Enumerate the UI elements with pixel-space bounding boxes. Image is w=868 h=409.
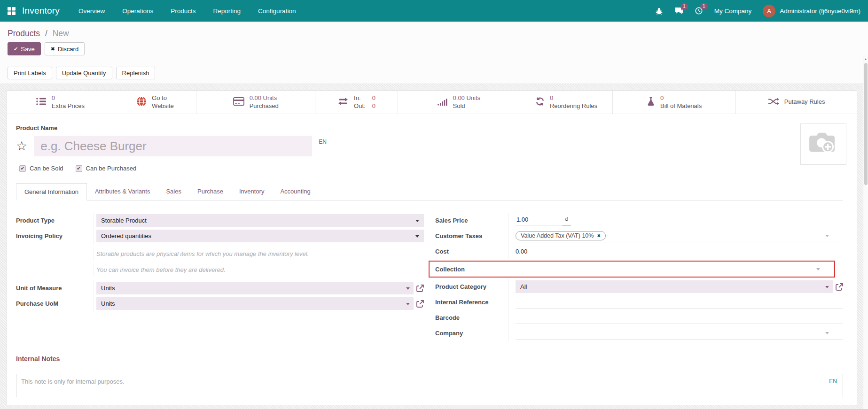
form-scroll-region: Print Labels Update Quantity Replenish 0…: [0, 55, 868, 409]
customer-taxes-label: Customer Taxes: [435, 232, 508, 239]
breadcrumb: Products / New: [8, 27, 860, 39]
go-to-website-stat-button[interactable]: Go toWebsite: [114, 91, 196, 114]
tab-inventory[interactable]: Inventory: [231, 183, 272, 200]
tab-sales[interactable]: Sales: [158, 183, 189, 200]
remove-tag-icon[interactable]: ✖: [597, 233, 601, 238]
forecasted-inout-stat-button[interactable]: In:0 Out:0: [315, 91, 398, 114]
product-name-input[interactable]: [34, 136, 312, 156]
globe-icon: [136, 96, 147, 108]
purchased-stat-button[interactable]: 0.00 UnitsPurchased: [196, 91, 315, 114]
purchased-units: 0.00 Units: [250, 94, 279, 102]
product-name-label: Product Name: [16, 124, 843, 131]
activities-clock-icon[interactable]: 1: [695, 7, 703, 15]
vertical-scrollbar[interactable]: ▲: [863, 55, 868, 409]
internal-reference-label: Internal Reference: [435, 299, 508, 306]
menu-overview[interactable]: Overview: [78, 8, 105, 15]
sold-stat-button[interactable]: 0.00 UnitsSold: [398, 91, 520, 114]
notebook-tabs: General Information Attributes & Variant…: [16, 183, 843, 201]
internal-reference-input[interactable]: [516, 296, 843, 309]
product-type-select[interactable]: Storable Product: [96, 214, 424, 227]
sold-units: 0.00 Units: [453, 94, 481, 102]
chevron-down-icon: [406, 303, 410, 305]
customer-taxes-field[interactable]: Value Added Tax (VAT) 10% ✖: [516, 230, 843, 242]
favorite-star-icon[interactable]: ☆: [16, 136, 27, 156]
update-quantity-button[interactable]: Update Quantity: [56, 67, 112, 79]
collection-row-error: Collection: [429, 261, 835, 278]
close-icon: ✖: [51, 46, 55, 52]
discard-button[interactable]: ✖ Discard: [45, 42, 85, 55]
currency-symbol: ₫: [562, 216, 571, 225]
uom-row: Unit of Measure Units: [16, 280, 424, 296]
product-image-upload[interactable]: [800, 123, 846, 165]
purchase-uom-field[interactable]: Units: [96, 297, 414, 310]
invoicing-policy-select[interactable]: Ordered quantities: [96, 230, 424, 242]
navbar-right: 1 1 My Company A Administrator (fj6nyue0…: [655, 5, 860, 17]
breadcrumb-products[interactable]: Products: [8, 29, 40, 38]
company-switcher[interactable]: My Company: [714, 8, 752, 15]
stat-button-row: 0Extra Prices Go toWebsite 0.00 UnitsPur…: [7, 91, 857, 114]
menu-products[interactable]: Products: [171, 8, 195, 15]
uom-field[interactable]: Units: [96, 282, 414, 294]
internal-notes-title: Internal Notes: [16, 355, 843, 366]
internal-notes-input[interactable]: [16, 374, 843, 397]
can-be-sold-checkbox[interactable]: ✔ Can be Sold: [19, 165, 63, 172]
product-category-field[interactable]: All: [516, 280, 833, 293]
collection-field[interactable]: [515, 263, 834, 275]
tab-general-information[interactable]: General Information: [16, 183, 87, 201]
internal-notes-section: Internal Notes EN: [16, 355, 843, 397]
barcode-input[interactable]: [516, 312, 843, 324]
activities-badge: 1: [700, 3, 708, 9]
bom-count: 0: [660, 94, 702, 102]
print-labels-button[interactable]: Print Labels: [8, 67, 52, 79]
scrollbar-thumb[interactable]: [864, 63, 868, 185]
invoicing-policy-label: Invoicing Policy: [16, 232, 94, 239]
control-buttons: ✔ Save ✖ Discard: [8, 42, 860, 55]
can-be-purchased-checkbox[interactable]: ✔ Can be Purchased: [76, 165, 137, 172]
scrollbar-up-arrow[interactable]: ▲: [864, 57, 868, 61]
avatar: A: [763, 5, 775, 17]
product-category-external-link-icon[interactable]: [836, 283, 843, 291]
tab-purchase[interactable]: Purchase: [189, 183, 231, 200]
company-field[interactable]: [516, 327, 843, 340]
app-name[interactable]: Inventory: [22, 6, 60, 16]
barcode-label: Barcode: [435, 314, 508, 321]
reordering-rules-stat-button[interactable]: 0Reordering Rules: [520, 91, 613, 114]
tab-accounting[interactable]: Accounting: [272, 183, 318, 200]
purchase-uom-row: Purchase UoM Units: [16, 296, 424, 311]
notes-language-tag[interactable]: EN: [829, 378, 837, 385]
tax-tag[interactable]: Value Added Tax (VAT) 10% ✖: [516, 231, 606, 240]
breadcrumb-separator: /: [45, 29, 47, 38]
credit-card-icon: [233, 97, 244, 107]
inventory-product-form-screen: Inventory Overview Operations Products R…: [0, 0, 868, 409]
collection-label: Collection: [435, 266, 508, 273]
putaway-rules-stat-button[interactable]: Putaway Rules: [736, 91, 857, 114]
product-sheet: 0Extra Prices Go toWebsite 0.00 UnitsPur…: [7, 90, 857, 405]
bill-of-materials-stat-button[interactable]: 0Bill of Materials: [613, 91, 736, 114]
menu-configuration[interactable]: Configuration: [258, 8, 296, 15]
sales-price-input[interactable]: 1.00 ₫: [516, 216, 571, 225]
name-language-tag[interactable]: EN: [319, 139, 327, 156]
customer-taxes-row: Customer Taxes Value Added Tax (VAT) 10%…: [435, 228, 843, 244]
messages-icon[interactable]: 1: [674, 7, 683, 15]
sales-price-row: Sales Price 1.00 ₫: [435, 213, 843, 228]
purchase-uom-label: Purchase UoM: [16, 300, 94, 307]
save-button[interactable]: ✔ Save: [8, 42, 41, 55]
checkbox-check-icon: ✔: [19, 165, 26, 172]
replenish-button[interactable]: Replenish: [116, 67, 156, 79]
product-type-label: Product Type: [16, 217, 94, 224]
chevron-down-icon: [816, 268, 820, 270]
transfer-arrows-icon: [337, 97, 349, 107]
chevron-down-icon: [406, 287, 410, 290]
checkbox-check-icon: ✔: [76, 165, 82, 172]
apps-grid-icon[interactable]: [8, 7, 16, 15]
debug-bug-icon[interactable]: [655, 7, 663, 15]
extra-prices-stat-button[interactable]: 0Extra Prices: [7, 91, 114, 114]
purchase-uom-external-link-icon[interactable]: [416, 300, 424, 308]
cost-input[interactable]: 0.00: [516, 248, 527, 255]
menu-reporting[interactable]: Reporting: [213, 8, 241, 15]
cost-row: Cost 0.00: [435, 244, 843, 259]
user-menu[interactable]: A Administrator (fj6nyue0vi9m): [763, 5, 860, 17]
menu-operations[interactable]: Operations: [122, 8, 153, 15]
tab-attributes-variants[interactable]: Attributes & Variants: [87, 183, 158, 200]
uom-external-link-icon[interactable]: [416, 285, 424, 292]
